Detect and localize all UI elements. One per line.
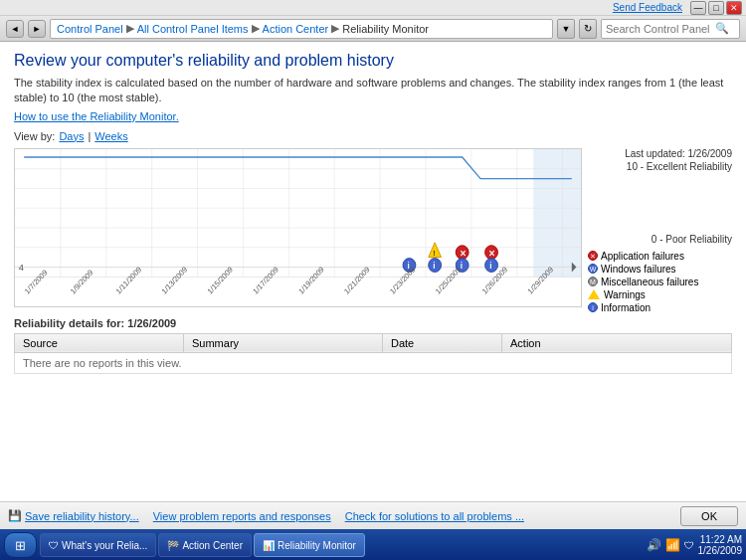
reliability-high-label: 10 - Excellent Reliability — [588, 161, 732, 172]
how-to-link[interactable]: How to use the Reliability Monitor. — [14, 110, 732, 122]
table-row: There are no reports in this view. — [15, 352, 732, 373]
legend-windows-failures: W Windows failures — [588, 264, 732, 275]
breadcrumb-sep-3: ▶ — [331, 22, 339, 35]
ok-button[interactable]: OK — [680, 506, 738, 526]
close-button[interactable]: ✕ — [726, 1, 742, 15]
bottom-links: 💾 Save reliability history... View probl… — [8, 509, 524, 522]
breadcrumb-item-3[interactable]: Action Center — [263, 23, 329, 35]
breadcrumb: Control Panel ▶ All Control Panel Items … — [50, 19, 553, 39]
legend-information: i Information — [588, 302, 732, 313]
col-action: Action — [502, 333, 732, 352]
page-title: Review your computer's reliability and p… — [14, 52, 732, 70]
breadcrumb-sep-1: ▶ — [126, 22, 134, 35]
windows-logo-icon: ⊞ — [15, 538, 26, 553]
search-input[interactable] — [606, 23, 715, 35]
svg-text:i: i — [433, 261, 435, 271]
svg-text:4: 4 — [19, 262, 25, 273]
svg-text:i: i — [489, 261, 491, 271]
col-source: Source — [15, 333, 184, 352]
view-reports-link[interactable]: View problem reports and responses — [153, 510, 331, 522]
reliability-chart[interactable]: 4 ✕ ✕ i i — [14, 148, 582, 307]
start-button[interactable]: ⊞ — [4, 532, 37, 558]
view-by-bar: View by: Days | Weeks — [14, 130, 732, 142]
minimize-button[interactable]: — — [690, 1, 706, 15]
details-header: Reliability details for: 1/26/2009 — [14, 317, 732, 329]
taskbar: ⊞ 🛡 What's your Relia... 🏁 Action Center… — [0, 529, 746, 560]
feedback-link[interactable]: Send Feedback — [613, 2, 682, 13]
chart-area: 4 ✕ ✕ i i — [14, 148, 732, 313]
legend-app-failures: ✕ Application failures — [588, 251, 732, 262]
network-icon: 🔊 — [647, 538, 661, 552]
taskbar-item-1-label: What's your Relia... — [62, 540, 147, 551]
breadcrumb-item-2[interactable]: All Control Panel Items — [137, 23, 249, 35]
time-display: 11:22 AM 1/26/2009 — [698, 534, 743, 556]
taskbar-item-3-label: Reliability Monitor — [278, 540, 356, 551]
taskbar-item-actioncenter[interactable]: 🏁 Action Center — [158, 533, 252, 557]
col-date: Date — [383, 333, 502, 352]
taskbar-item-2-label: Action Center — [182, 540, 243, 551]
days-link[interactable]: Days — [59, 130, 84, 142]
svg-text:!: ! — [433, 248, 435, 257]
relia-icon: 🛡 — [49, 540, 59, 551]
breadcrumb-sep-2: ▶ — [252, 22, 260, 35]
volume-icon: 📶 — [665, 538, 680, 552]
refresh-button[interactable]: ↻ — [579, 19, 597, 39]
action-center-icon: 🏁 — [167, 540, 179, 551]
search-icon[interactable]: 🔍 — [715, 22, 729, 35]
clock-date: 1/26/2009 — [698, 545, 743, 556]
main-content: Review your computer's reliability and p… — [0, 42, 746, 501]
breadcrumb-item-1[interactable]: Control Panel — [57, 23, 123, 35]
view-separator: | — [88, 130, 91, 142]
back-button[interactable]: ◄ — [6, 20, 24, 38]
chart-legend: Last updated: 1/26/2009 10 - Excellent R… — [588, 148, 732, 313]
taskbar-item-reliawhat[interactable]: 🛡 What's your Relia... — [40, 533, 156, 557]
reliability-icon: 📊 — [263, 540, 275, 551]
security-icon: 🛡 — [684, 540, 694, 551]
bottom-bar: 💾 Save reliability history... View probl… — [0, 501, 746, 529]
check-solutions-link[interactable]: Check for solutions to all problems ... — [345, 510, 524, 522]
search-box: 🔍 — [601, 19, 740, 39]
clock-time: 11:22 AM — [698, 534, 743, 545]
last-updated-label: Last updated: 1/26/2009 — [588, 148, 732, 159]
weeks-link[interactable]: Weeks — [94, 130, 127, 142]
reliability-low-label: 0 - Poor Reliability — [588, 234, 732, 245]
save-icon: 💾 — [8, 509, 22, 522]
subtitle-text: The stability index is calculated based … — [14, 76, 732, 106]
legend-misc-failures: M Miscellaneous failures — [588, 277, 732, 287]
taskbar-right: 🔊 📶 🛡 11:22 AM 1/26/2009 — [647, 534, 743, 556]
maximize-button[interactable]: □ — [708, 1, 724, 15]
col-summary: Summary — [184, 333, 383, 352]
save-reliability-link[interactable]: Save reliability history... — [25, 510, 139, 522]
taskbar-items: 🛡 What's your Relia... 🏁 Action Center 📊… — [40, 533, 644, 557]
forward-button[interactable]: ► — [28, 20, 46, 38]
svg-text:✕: ✕ — [460, 248, 467, 258]
breadcrumb-item-4: Reliability Monitor — [342, 23, 429, 35]
legend-warnings: Warnings — [588, 289, 732, 300]
svg-text:✕: ✕ — [488, 248, 496, 258]
no-reports-cell: There are no reports in this view. — [15, 352, 732, 373]
view-by-label: View by: — [14, 130, 55, 142]
taskbar-item-reliabilitymonitor[interactable]: 📊 Reliability Monitor — [254, 533, 365, 557]
svg-rect-1 — [533, 149, 581, 277]
details-table: Source Summary Date Action There are no … — [14, 333, 732, 374]
dropdown-button[interactable]: ▼ — [557, 19, 575, 39]
